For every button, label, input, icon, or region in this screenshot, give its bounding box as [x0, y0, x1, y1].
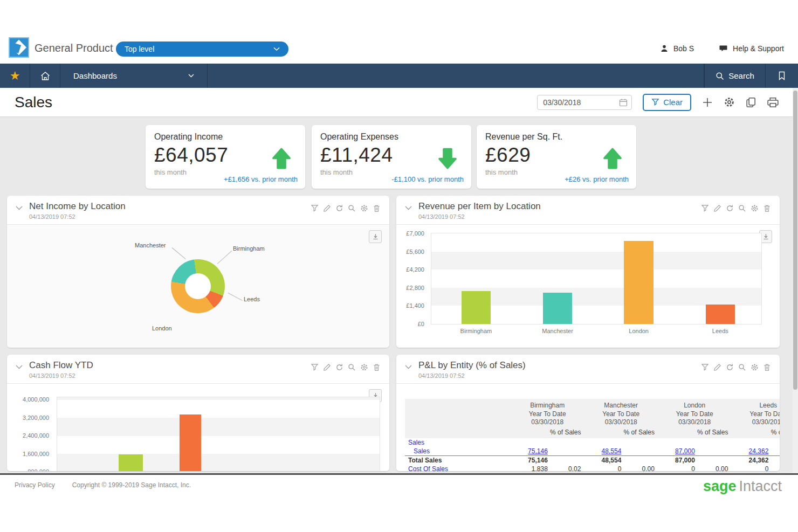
filter-icon[interactable] — [311, 363, 319, 371]
calendar-icon[interactable] — [619, 98, 628, 107]
settings-icon[interactable] — [360, 363, 368, 371]
pnl-cell — [772, 456, 780, 465]
clear-label: Clear — [663, 98, 683, 107]
star-icon: ★ — [10, 70, 20, 82]
entity-selector-dropdown[interactable]: Top level — [116, 42, 288, 57]
edit-icon[interactable] — [323, 363, 331, 371]
pnl-cell-link[interactable]: 87,000 — [675, 447, 695, 455]
widget-revenue-per-item: Revenue per Item by Location 04/13/2019 … — [396, 196, 780, 348]
download-chart-button[interactable] — [369, 230, 382, 243]
dashboard-settings-button[interactable] — [724, 96, 735, 108]
refresh-icon[interactable] — [726, 363, 734, 371]
dashboards-menu[interactable]: Dashboards — [60, 64, 208, 88]
filter-icon[interactable] — [311, 204, 319, 212]
edit-icon[interactable] — [713, 204, 721, 212]
search-button[interactable]: Search — [704, 64, 766, 88]
pnl-table-row: Sales — [405, 438, 780, 447]
widget-cash-flow-ytd: Cash Flow YTD 04/13/2019 07:52 4,000,000… — [7, 355, 389, 471]
copyright-text: Copyright © 1999-2019 Sage Intacct, Inc. — [72, 481, 191, 489]
settings-icon[interactable] — [751, 204, 759, 212]
bar-London[interactable] — [624, 241, 653, 324]
chevron-down-icon — [188, 74, 194, 78]
leader-line — [228, 293, 243, 301]
bar-series-2[interactable] — [180, 414, 202, 471]
pnl-cell-link[interactable]: 75,146 — [528, 447, 548, 455]
pnl-row-label[interactable]: Cost Of Sales — [408, 465, 448, 471]
trend-up-arrow-icon — [271, 147, 292, 170]
edit-icon[interactable] — [713, 363, 721, 371]
user-menu[interactable]: Bob S — [660, 44, 694, 53]
pnl-column-header: BirminghamYear To Date03/30/2018% of Sal… — [511, 399, 584, 438]
pnl-corner-header — [405, 399, 511, 438]
plot-area: BirminghamManchesterLondonLeeds — [431, 233, 762, 324]
y-tick-label: 800,000 — [27, 468, 49, 471]
collapse-chevron-icon[interactable] — [405, 365, 412, 369]
widget-toolbar — [311, 363, 381, 371]
favorites-button[interactable]: ★ — [0, 64, 30, 88]
delete-icon[interactable] — [373, 363, 381, 371]
delete-icon[interactable] — [763, 363, 771, 371]
dashboards-label: Dashboards — [73, 71, 117, 80]
zoom-icon[interactable] — [738, 363, 746, 371]
pnl-cell: 24,362 — [731, 456, 772, 465]
widget-net-income-by-location: Net Income by Location 04/13/2019 07:52 … — [7, 196, 389, 348]
page-title: Sales — [15, 94, 52, 111]
edit-icon[interactable] — [323, 204, 331, 212]
privacy-policy-link[interactable]: Privacy Policy — [15, 481, 55, 489]
delete-icon[interactable] — [763, 204, 771, 212]
pnl-cell — [698, 438, 732, 447]
zoom-icon[interactable] — [738, 204, 746, 212]
y-tick-label: £1,400 — [406, 302, 424, 309]
filter-icon[interactable] — [701, 204, 709, 212]
refresh-icon[interactable] — [726, 204, 734, 212]
refresh-icon[interactable] — [335, 204, 343, 212]
pnl-cell — [624, 438, 658, 447]
bookmark-icon — [778, 71, 786, 80]
pnl-cell — [731, 438, 772, 447]
clear-filter-button[interactable]: Clear — [643, 94, 691, 111]
pnl-row-label[interactable]: Sales — [414, 447, 430, 455]
pnl-table-head: BirminghamYear To Date03/30/2018% of Sal… — [405, 399, 780, 438]
pnl-column-header: ManchesterYear To Date03/30/2018% of Sal… — [584, 399, 658, 438]
pnl-cell — [584, 438, 624, 447]
pnl-row-label[interactable]: Sales — [408, 439, 424, 446]
add-widget-button[interactable] — [702, 97, 713, 108]
scrollbar-thumb[interactable] — [793, 91, 797, 390]
pnl-cell — [772, 438, 780, 447]
bar-Leeds[interactable] — [706, 305, 735, 324]
pnl-cell — [551, 438, 584, 447]
pnl-cell-link[interactable]: 24,362 — [749, 447, 769, 455]
date-input[interactable] — [537, 95, 632, 110]
home-button[interactable] — [30, 64, 60, 88]
help-support[interactable]: Help & Support — [719, 44, 784, 53]
refresh-icon[interactable] — [335, 363, 343, 371]
bookmarks-button[interactable] — [766, 64, 798, 88]
collapse-chevron-icon[interactable] — [16, 206, 23, 210]
user-name: Bob S — [673, 44, 694, 53]
widget-toolbar — [311, 204, 381, 212]
collapse-chevron-icon[interactable] — [16, 365, 23, 369]
bar-Manchester[interactable] — [543, 293, 572, 324]
duplicate-button[interactable] — [746, 97, 756, 108]
bar-series-0[interactable] — [119, 454, 143, 471]
filter-icon[interactable] — [701, 363, 709, 371]
bar-Birmingham[interactable] — [462, 291, 491, 324]
top-header: General Product Top level Bob S Help & S… — [0, 0, 798, 64]
sage-intacct-logo: sageIntacct — [703, 478, 782, 495]
settings-icon[interactable] — [751, 363, 759, 371]
settings-icon[interactable] — [360, 204, 368, 212]
zoom-icon[interactable] — [348, 204, 356, 212]
vertical-scrollbar[interactable] — [793, 88, 798, 473]
pnl-cell-link[interactable]: 48,554 — [602, 447, 622, 455]
collapse-chevron-icon[interactable] — [405, 206, 412, 210]
widget-title: Cash Flow YTD — [29, 360, 93, 371]
page-header: Sales Clear — [0, 88, 798, 117]
home-icon — [40, 71, 51, 81]
pnl-cell — [698, 456, 732, 465]
intacct-wordmark: Intacct — [739, 478, 782, 494]
y-tick-label: 2,400,000 — [23, 432, 49, 439]
delete-icon[interactable] — [373, 204, 381, 212]
trend-up-arrow-icon — [602, 147, 623, 170]
zoom-icon[interactable] — [348, 363, 356, 371]
print-button[interactable] — [767, 97, 779, 108]
